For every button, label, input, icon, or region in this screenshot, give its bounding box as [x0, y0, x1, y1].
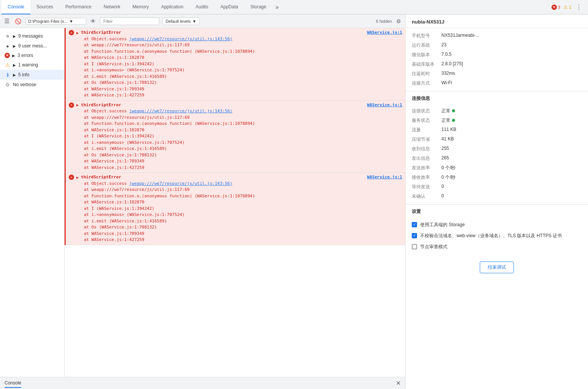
expand-warning-arrow[interactable]: ▶	[13, 63, 16, 67]
pending-send-label: 等待发送	[412, 184, 438, 190]
bottom-console-tab[interactable]: Console	[5, 379, 21, 388]
received-value: 255	[441, 146, 582, 151]
log-line: at Function.function.o.(anonymous functi…	[84, 121, 402, 127]
service-status-label: 服务状态	[412, 117, 438, 124]
settings-item-label: 不校验合法域名、web-view（业务域名）、TLS 版本以及 HTTPS 证书	[420, 233, 562, 239]
nav-label-verbose: No verbose	[13, 82, 36, 87]
expand-log-arrow[interactable]: ▶	[76, 102, 79, 108]
more-options-button[interactable]: ⋮	[574, 2, 583, 12]
sent-label: 发出信息	[412, 155, 438, 162]
send-rate-value: 0 个/秒	[441, 165, 582, 171]
log-line: at i.<anonymous> (WAService.js:1:707524)	[84, 212, 402, 218]
recv-rate-value: 0 个/秒	[441, 174, 582, 181]
hidden-count: 6 hidden	[376, 19, 392, 24]
end-debug-button[interactable]: 结束调试	[480, 261, 514, 273]
console-toolbar: ☰ 🚫 D:\Program Files (x... ▼ 👁 Default l…	[0, 14, 405, 28]
stack-link[interactable]: (weapp:///we7/resource/js/util.js:143:56…	[129, 109, 232, 113]
clear-console-button[interactable]: 🚫	[14, 17, 22, 25]
connection-status-row: 连接状态 正常	[412, 106, 582, 116]
recv-rate-label: 接收效率	[412, 174, 438, 181]
nav-item-verbose[interactable]: ⚙ No verbose	[0, 80, 64, 90]
log-source-link[interactable]: WAService.js:1	[367, 174, 402, 181]
stack-link[interactable]: (weapp:///we7/resource/js/util.js:143:56…	[129, 36, 232, 41]
settings-checkbox[interactable]: ✓	[412, 233, 417, 238]
warning-nav-icon: ⚠	[5, 62, 11, 68]
expand-info-arrow[interactable]: ▶	[13, 73, 16, 77]
expand-log-arrow[interactable]: ▶	[76, 30, 79, 36]
levels-dropdown[interactable]: Default levels ▼	[162, 17, 200, 25]
stack-link[interactable]: (weapp:///we7/resource/js/util.js:143:56…	[129, 181, 232, 186]
tab-performance[interactable]: Performance	[59, 0, 98, 14]
error-entry-icon: ✕	[69, 30, 74, 35]
console-panel: ☰ 🚫 D:\Program Files (x... ▼ 👁 Default l…	[0, 14, 406, 389]
nav-item-info[interactable]: ℹ ▶ 5 info	[0, 70, 64, 80]
expand-errors-arrow[interactable]: ▶	[12, 54, 15, 58]
nav-item-warning[interactable]: ⚠ ▶ 1 warning	[0, 60, 64, 70]
log-line: at WAService.js:1:709349	[84, 86, 402, 93]
expand-log-arrow[interactable]: ▶	[76, 175, 79, 180]
log-line: at WAService.js:1:102870	[84, 127, 402, 134]
unconfirmed-label: 未确认	[412, 193, 438, 200]
device-model-row: 手机型号 NX531Jarmeabi-...	[412, 31, 582, 41]
log-line: at Function.function.o.(anonymous functi…	[84, 49, 402, 55]
service-status-value: 正常	[441, 117, 582, 124]
latency-label: 往返耗时	[412, 71, 438, 77]
bottom-bar: Console ✕	[0, 377, 405, 389]
tab-sources[interactable]: Sources	[30, 0, 59, 14]
log-line: at i.emit (WAService.js:1:416589)	[84, 146, 402, 152]
error-entry-icon: ✕	[69, 102, 74, 108]
sent-row: 发出信息 265	[412, 154, 582, 163]
sidebar-toggle-button[interactable]: ☰	[3, 16, 11, 26]
log-source-link[interactable]: WAService.js:1	[367, 102, 402, 109]
nav-label-user-messages: 9 user mess...	[18, 43, 47, 49]
connection-status-dot	[452, 109, 455, 112]
filter-input[interactable]	[100, 17, 159, 25]
tab-network[interactable]: Network	[98, 0, 126, 14]
log-line: at WAService.js:1:102870	[84, 199, 402, 206]
log-source-link[interactable]: WAService.js:1	[367, 30, 402, 36]
settings-icon[interactable]: ⚙	[395, 17, 402, 25]
eye-icon[interactable]: 👁	[89, 17, 97, 25]
tab-application[interactable]: Application	[155, 0, 190, 14]
tab-storage[interactable]: Storage	[244, 0, 272, 14]
tab-appdata[interactable]: AppData	[214, 0, 244, 14]
nav-label-errors: 3 errors	[17, 53, 33, 58]
expand-messages-arrow[interactable]: ▶	[13, 34, 16, 38]
more-tabs-button[interactable]: »	[272, 4, 282, 11]
settings-checkbox[interactable]: ✓	[412, 222, 417, 227]
sent-value: 265	[441, 155, 582, 161]
received-row: 收到信息 255	[412, 144, 582, 154]
log-line: at i.<anonymous> (WAService.js:1:707524)	[84, 67, 402, 74]
os-value: 23	[441, 42, 582, 47]
user-icon: ●	[5, 43, 11, 49]
compression-row: 压缩节省 41 KB	[412, 135, 582, 144]
pending-send-row: 等待发送 0	[412, 182, 582, 192]
service-status-dot	[452, 119, 455, 122]
log-line: at Object.success (weapp:///we7/resource…	[84, 108, 402, 115]
nav-item-errors[interactable]: ✕ ▶ 3 errors	[0, 51, 64, 60]
log-line: at WAService.js:1:709349	[84, 231, 402, 237]
expand-user-arrow[interactable]: ▶	[13, 44, 16, 48]
log-line: at Function.function.o.(anonymous functi…	[84, 193, 402, 200]
nav-item-user-messages[interactable]: ● ▶ 9 user mess...	[0, 41, 64, 51]
tab-memory[interactable]: Memory	[126, 0, 155, 14]
bottom-close-button[interactable]: ✕	[396, 380, 401, 387]
unconfirmed-value: 0	[441, 193, 582, 198]
path-display[interactable]: D:\Program Files (x... ▼	[25, 18, 86, 25]
flow-row: 流量 111 KB	[412, 125, 582, 135]
connection-status-value: 正常	[441, 108, 582, 114]
warning-badge: ⚠ 1	[563, 4, 571, 10]
nav-item-messages[interactable]: ≡ ▶ 9 messages	[0, 31, 64, 41]
connection-row: 连接方式 Wi-Fi	[412, 79, 582, 88]
log-line: at WAService.js:1:709349	[84, 158, 402, 165]
log-header-title: thirdScriptError	[81, 102, 121, 109]
latency-value: 332ms	[441, 71, 582, 76]
service-status-row: 服务状态 正常	[412, 116, 582, 125]
settings-checkbox[interactable]	[412, 244, 417, 249]
unconfirmed-row: 未确认 0	[412, 192, 582, 201]
verbose-nav-icon: ⚙	[5, 82, 11, 88]
tab-audits[interactable]: Audits	[190, 0, 214, 14]
compression-value: 41 KB	[441, 136, 582, 142]
console-log-area: ✕▶thirdScriptErrorWAService.js:1 at Obje…	[65, 28, 405, 377]
tab-console[interactable]: Console	[2, 0, 30, 14]
